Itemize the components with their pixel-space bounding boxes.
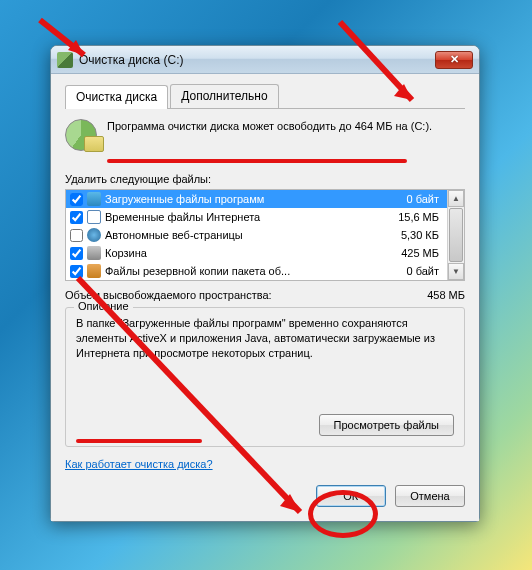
close-button[interactable]: ✕	[435, 51, 473, 69]
view-files-button[interactable]: Просмотреть файлы	[319, 414, 454, 436]
group-title: Описание	[74, 300, 133, 312]
info-row: Программа очистки диска может освободить…	[65, 119, 465, 151]
file-type-icon	[87, 246, 101, 260]
disk-icon	[65, 119, 97, 151]
window-title: Очистка диска (C:)	[79, 53, 435, 67]
file-name: Корзина	[105, 247, 383, 259]
file-list: Загруженные файлы программ0 байтВременны…	[65, 189, 465, 281]
titlebar[interactable]: Очистка диска (C:) ✕	[51, 46, 479, 74]
total-value: 458 МБ	[427, 289, 465, 301]
file-type-icon	[87, 210, 101, 224]
list-label: Удалить следующие файлы:	[65, 173, 465, 185]
description-group: Описание В папке "Загруженные файлы прог…	[65, 307, 465, 447]
disk-cleanup-icon	[57, 52, 73, 68]
annotation-underline-viewbtn	[76, 439, 202, 443]
file-row[interactable]: Файлы резервной копии пакета об...0 байт	[66, 262, 447, 280]
file-name: Автономные веб-страницы	[105, 229, 383, 241]
scroll-down[interactable]: ▼	[448, 263, 464, 280]
file-size: 5,30 КБ	[383, 229, 443, 241]
footer-buttons: ОК Отмена	[65, 485, 465, 507]
description-text: В папке "Загруженные файлы программ" вре…	[76, 316, 454, 396]
file-row[interactable]: Загруженные файлы программ0 байт	[66, 190, 447, 208]
file-checkbox[interactable]	[70, 247, 83, 260]
file-row[interactable]: Автономные веб-страницы5,30 КБ	[66, 226, 447, 244]
file-name: Файлы резервной копии пакета об...	[105, 265, 383, 277]
annotation-ok-circle	[308, 490, 378, 538]
annotation-underline-info	[107, 159, 407, 163]
file-size: 0 байт	[383, 265, 443, 277]
file-row[interactable]: Корзина425 МБ	[66, 244, 447, 262]
scrollbar[interactable]: ▲ ▼	[447, 190, 464, 280]
file-checkbox[interactable]	[70, 265, 83, 278]
file-checkbox[interactable]	[70, 193, 83, 206]
tab-strip: Очистка диска Дополнительно	[65, 84, 465, 109]
dialog-content: Очистка диска Дополнительно Программа оч…	[51, 74, 479, 521]
file-size: 425 МБ	[383, 247, 443, 259]
dialog-window: Очистка диска (C:) ✕ Очистка диска Допол…	[50, 45, 480, 522]
file-row[interactable]: Временные файлы Интернета15,6 МБ	[66, 208, 447, 226]
file-name: Загруженные файлы программ	[105, 193, 383, 205]
file-checkbox[interactable]	[70, 229, 83, 242]
help-link[interactable]: Как работает очистка диска?	[65, 458, 213, 470]
file-type-icon	[87, 264, 101, 278]
scroll-up[interactable]: ▲	[448, 190, 464, 207]
cancel-button[interactable]: Отмена	[395, 485, 465, 507]
tab-cleanup[interactable]: Очистка диска	[65, 85, 168, 109]
file-checkbox[interactable]	[70, 211, 83, 224]
file-size: 0 байт	[383, 193, 443, 205]
file-name: Временные файлы Интернета	[105, 211, 383, 223]
file-type-icon	[87, 228, 101, 242]
file-size: 15,6 МБ	[383, 211, 443, 223]
file-type-icon	[87, 192, 101, 206]
info-text: Программа очистки диска может освободить…	[107, 119, 432, 151]
tab-more[interactable]: Дополнительно	[170, 84, 278, 108]
scroll-thumb[interactable]	[449, 208, 463, 262]
